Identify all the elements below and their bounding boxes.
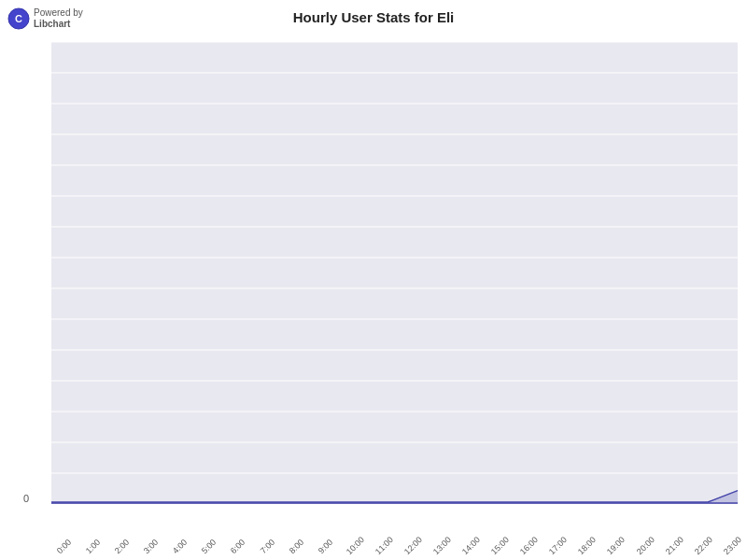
- x-axis-label: 21:00: [664, 537, 684, 556]
- x-axis-labels: 0:001:002:003:004:005:006:007:008:009:00…: [51, 543, 738, 553]
- libchart-logo-icon: C: [7, 7, 30, 30]
- chart-svg: [51, 42, 738, 504]
- x-axis-label: 10:00: [345, 537, 364, 556]
- x-axis-label: 20:00: [634, 537, 654, 556]
- chart-title: Hourly User Stats for Eli: [0, 0, 747, 25]
- x-axis-label: 8:00: [287, 537, 306, 556]
- x-axis-label: 22:00: [693, 537, 712, 556]
- x-axis-label: 23:00: [722, 537, 741, 556]
- x-axis-label: 18:00: [576, 537, 596, 556]
- chart-background: [51, 42, 738, 504]
- x-axis-label: 1:00: [83, 537, 103, 556]
- x-axis-label: 16:00: [518, 537, 538, 556]
- x-axis-label: 19:00: [605, 537, 625, 556]
- x-axis-label: 15:00: [489, 537, 509, 556]
- x-axis-label: 7:00: [257, 537, 276, 556]
- x-axis-label: 6:00: [228, 537, 247, 556]
- x-axis-label: 4:00: [170, 537, 190, 556]
- x-axis-label: 5:00: [199, 537, 218, 556]
- powered-by-badge: C Powered by Libchart: [7, 7, 83, 30]
- x-axis-label: 17:00: [547, 537, 567, 556]
- x-axis-label: 12:00: [402, 537, 422, 556]
- y-axis-zero-label: 0: [23, 493, 29, 504]
- x-axis-label: 13:00: [431, 537, 451, 556]
- chart-container: 0 0:001:002:003:004:005:006:007:008:009:…: [51, 42, 738, 504]
- x-axis-label: 11:00: [374, 537, 393, 556]
- x-axis-label: 3:00: [141, 537, 161, 556]
- brand-name-label: Libchart: [34, 19, 83, 30]
- chart-area: 0 0:001:002:003:004:005:006:007:008:009:…: [51, 42, 738, 504]
- x-axis-label: 2:00: [112, 537, 132, 556]
- x-axis-label: 9:00: [316, 537, 335, 556]
- svg-text:C: C: [15, 13, 22, 24]
- x-axis-label: 0:00: [54, 537, 74, 556]
- powered-by-label: Powered by: [34, 7, 83, 19]
- x-axis-label: 14:00: [460, 537, 480, 556]
